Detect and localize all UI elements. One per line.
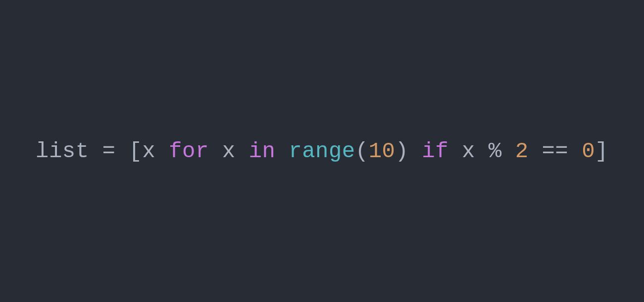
code-token-20: x bbox=[462, 139, 475, 164]
code-token-9: x bbox=[222, 139, 236, 164]
code-token-5: x bbox=[142, 139, 155, 164]
code-token-26: == bbox=[542, 139, 568, 164]
code-token-16: ) bbox=[395, 139, 408, 164]
code-token-10 bbox=[236, 139, 249, 164]
code-token-19 bbox=[448, 139, 462, 164]
code-token-29: ] bbox=[595, 139, 608, 164]
code-token-28: 0 bbox=[582, 139, 595, 164]
code-token-21 bbox=[475, 139, 489, 164]
code-token-22: % bbox=[489, 139, 502, 164]
code-token-13: range bbox=[289, 139, 355, 164]
code-token-24: 2 bbox=[515, 139, 529, 164]
code-token-18: if bbox=[422, 139, 448, 164]
code-token-17 bbox=[408, 139, 422, 164]
code-token-3 bbox=[115, 139, 129, 164]
code-token-25 bbox=[529, 139, 542, 164]
code-token-0: list bbox=[36, 139, 89, 164]
code-token-6 bbox=[155, 139, 169, 164]
code-token-12 bbox=[275, 139, 289, 164]
code-token-11: in bbox=[249, 139, 276, 164]
code-token-15: 10 bbox=[369, 139, 396, 164]
code-line: list = [x for x in range(10) if x % 2 ==… bbox=[36, 139, 608, 164]
code-token-23 bbox=[502, 139, 515, 164]
code-token-14: ( bbox=[355, 139, 369, 164]
code-token-2: = bbox=[102, 139, 116, 164]
code-token-4: [ bbox=[129, 139, 142, 164]
code-token-8 bbox=[209, 139, 222, 164]
code-token-7: for bbox=[169, 139, 209, 164]
code-token-1 bbox=[89, 139, 102, 164]
code-token-27 bbox=[568, 139, 582, 164]
